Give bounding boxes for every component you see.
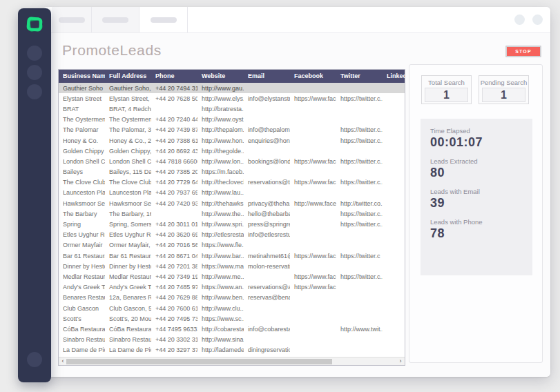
column-header[interactable]: Facebook [290, 70, 336, 83]
app-window: PromoteLeads STOP Business NameFull Addr… [43, 7, 550, 377]
table-cell: Elystan Street [59, 95, 105, 102]
table-cell: London Shell C... [105, 158, 151, 165]
tab-label-placeholder [102, 17, 128, 23]
tab-placeholder-3[interactable] [139, 7, 188, 32]
table-cell: BRAT [59, 106, 105, 112]
sidebar-bottom-button-icon[interactable] [27, 352, 42, 367]
column-header[interactable]: Business Name [59, 70, 105, 83]
column-header[interactable]: Phone [151, 70, 197, 83]
window-control-dot-icon[interactable] [514, 14, 525, 25]
table-cell: diningreservatio... [244, 346, 290, 353]
total-search-label: Total Search [422, 76, 471, 88]
metric-label: Time Elapsed [430, 127, 523, 135]
table-cell: +44 20 7420 9390 [151, 200, 197, 207]
metric-value: 80 [430, 166, 523, 180]
horizontal-scrollbar[interactable]: ‹ › [59, 357, 405, 365]
table-cell: https://www.fac... [290, 253, 336, 259]
table-cell: http://www.gau... [197, 85, 244, 92]
table-cell: Medlar Restaura... [105, 273, 151, 280]
table-row[interactable]: Ormer MayfairOrmer Mayfair, ...+44 20 70… [59, 240, 405, 251]
table-row[interactable]: Golden ChippyGolden Chippy, ...+44 20 86… [59, 146, 405, 156]
table-row[interactable]: The Clove ClubThe Clove Club, ...+44 20 … [59, 177, 405, 188]
column-header[interactable]: Email [244, 70, 290, 83]
table-cell: Gauthier Soho, ... [105, 85, 151, 92]
table-row[interactable]: Sinabro RestaurSinabro Restaur...+44 20 … [59, 335, 405, 345]
table-cell: http://theclovecl... [197, 179, 244, 186]
table-row[interactable]: The Oystermen ...The Oystermen ...+44 20… [59, 115, 405, 125]
table-cell: http://www.lon... [197, 158, 244, 165]
table-row[interactable]: Elystan StreetElystan Street, 4...+44 20… [59, 93, 405, 104]
column-header[interactable]: Full Address [105, 70, 151, 83]
table-row[interactable]: La Dame de Pic L...La Dame de Pic L...+4… [59, 345, 405, 355]
table-cell: The Palomar [59, 126, 105, 133]
table-cell: +44 20 7629 8886 [151, 294, 197, 301]
sidebar-nav-button-icon[interactable] [27, 65, 42, 80]
table-cell: http://www.hon... [197, 137, 244, 144]
pending-search-stat: Pending Search 1 [479, 75, 529, 104]
table-row[interactable]: Gauthier SohoGauthier Soho, ...+44 20 74… [59, 83, 405, 93]
column-header[interactable]: Twitter [336, 70, 383, 83]
table-row[interactable]: CóBa RestaurantCóBa Restauran...+44 7495… [59, 324, 405, 334]
table-row[interactable]: Launceston PlaceLaunceston Plac...+44 20… [59, 188, 405, 198]
table-row[interactable]: BRATBRAT, 4 Redchur...http://bratresta..… [59, 104, 405, 114]
table-row[interactable]: Club GasconClub Gascon, 57...+44 20 7600… [59, 303, 405, 313]
table-row[interactable]: The BarbaryThe Barbary, 16 ...http://www… [59, 208, 405, 219]
window-topbar [43, 7, 550, 33]
column-header[interactable]: LinkedIn [383, 70, 405, 83]
table-row[interactable]: Etles Uyghur Re...Etles Uyghur Re...+44 … [59, 230, 405, 240]
table-cell: http://etlesresta... [197, 231, 244, 238]
pending-search-value: 1 [482, 88, 525, 102]
table-cell: Spring [59, 221, 105, 228]
scroll-right-arrow-icon[interactable]: › [397, 357, 404, 365]
table-row[interactable]: Dinner by Hesto...Dinner by Hesto...+44 … [59, 261, 405, 271]
table-cell: http://ladamede... [197, 346, 244, 353]
table-cell: +44 20 7729 6496 [151, 179, 197, 186]
table-cell: 12a, Benares Re... [105, 294, 151, 301]
table-cell: +44 20 8692 4333 [151, 148, 197, 155]
sidebar-nav-button-icon[interactable] [27, 84, 42, 99]
table-cell: +44 20 7240 4417 [151, 116, 197, 123]
column-header[interactable]: Website [197, 70, 244, 83]
table-row[interactable]: Benares Restaur12a, Benares Re...+44 20 … [59, 293, 405, 303]
table-cell: bookings@lond... [244, 158, 290, 165]
table-cell: http://thegolde... [197, 148, 244, 155]
table-cell: http://thehawks... [197, 200, 244, 207]
table-cell: +44 7818 666005 [151, 158, 197, 165]
table-row[interactable]: SpringSpring, Somerse...+44 20 3011 0115… [59, 219, 405, 229]
table-row[interactable]: Medlar RestauraMedlar Restaura...+44 20 … [59, 271, 405, 282]
table-cell: https://twitter.c... [336, 95, 383, 102]
table-row[interactable]: Scott'sScott's, 20 Mou...+44 20 7495 730… [59, 313, 405, 324]
scrollbar-thumb[interactable] [66, 359, 332, 365]
table-row[interactable]: Bar 61 RestaurantBar 61 Restaura...+44 2… [59, 251, 405, 261]
table-row[interactable]: London Shell Co.London Shell C...+44 781… [59, 156, 405, 166]
table-cell: +44 20 7385 2021 [151, 168, 197, 175]
sidebar-nav-button-icon[interactable] [27, 46, 42, 61]
tab-placeholder-2[interactable] [92, 7, 139, 32]
table-cell: reservations@a... [244, 284, 290, 291]
table-cell: The Barbary [59, 210, 105, 217]
table-cell: http://www.lau... [197, 189, 244, 196]
table-cell: Club Gascon, 57... [105, 305, 151, 312]
window-control-dot-icon[interactable] [532, 14, 543, 25]
table-cell: +44 20 7495 7309 [151, 315, 197, 322]
table-row[interactable]: Honey & Co.Honey & Co., 25...+44 20 7388… [59, 135, 405, 146]
table-cell: +44 20 7628 5005 [151, 95, 197, 102]
table-cell: enquiries@hon... [244, 137, 290, 144]
table-cell: http://www.clu... [197, 305, 244, 312]
table-cell: The Oystermen ... [105, 116, 151, 123]
table-row[interactable]: The PalomarThe Palomar, 34 ...+44 20 743… [59, 125, 405, 135]
metric-item: Leads Extracted80 [430, 157, 523, 180]
table-cell: Sinabro Restaur [59, 336, 105, 343]
metric-value: 78 [430, 226, 523, 241]
table-cell: London Shell Co. [59, 158, 105, 165]
table-cell: Hawksmoor Sev... [59, 200, 105, 207]
scroll-left-arrow-icon[interactable]: ‹ [59, 357, 66, 365]
table-row[interactable]: Andy's Greek Ta...Andy's Greek Ta...+44 … [59, 282, 405, 293]
table-cell: +44 20 7485 9718 [151, 284, 197, 291]
tab-placeholder-1[interactable] [52, 7, 92, 32]
main-content: PromoteLeads STOP Business NameFull Addr… [43, 33, 550, 377]
table-cell: http://thepalom... [197, 126, 244, 133]
table-row[interactable]: Hawksmoor Sev...Hawksmoor Sev...+44 20 7… [59, 198, 405, 208]
stop-button[interactable]: STOP [505, 46, 541, 57]
table-row[interactable]: BaileysBaileys, 115 Da...+44 20 7385 202… [59, 167, 405, 177]
